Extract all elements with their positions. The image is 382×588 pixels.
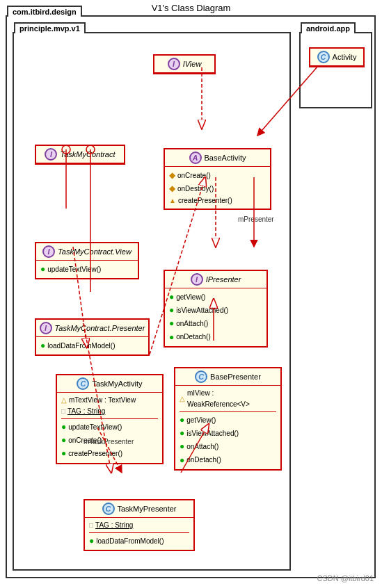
ipresenter-method1: ● getView() xyxy=(169,291,262,304)
iview-box: I IView xyxy=(153,54,216,74)
ipresenter-body: ● getView() ● isViewAttached() ● onAttac… xyxy=(165,288,266,346)
taskmycontract-box: I TaskMyContract xyxy=(35,145,125,165)
dot-green-ip2: ● xyxy=(169,304,174,317)
taskmycontract-presenter-body: ● loadDataFromModel() xyxy=(36,337,148,354)
triangle-tma1: △ xyxy=(61,395,67,406)
outer-package-label: com.itbird.design xyxy=(7,6,82,17)
basepresenter-box: C BasePresenter △ mIView : WeakReference… xyxy=(174,367,282,471)
inner-package-label: principle.mvp.v1 xyxy=(14,22,86,33)
method-onattach-i: onAttach() xyxy=(176,318,208,329)
method-createpresenter-tma: createPresenter() xyxy=(68,448,122,459)
ipresenter-box: I IPresenter ● getView() ● isViewAttache… xyxy=(164,270,268,348)
watermark: CSDN @itbird01 xyxy=(317,574,374,582)
dot-green-icon: ● xyxy=(40,263,45,276)
taskmycontract-view-name: TaskMyContract.View xyxy=(58,247,132,256)
basepresenter-divider xyxy=(180,411,276,412)
taskmyactivity-attr1: △ mTextView : TextView xyxy=(61,395,158,406)
dot-green-ip4: ● xyxy=(169,331,174,344)
dot-green-tma1: ● xyxy=(61,420,66,434)
taskmycontract-presenter-header: I TaskMyContract.Presenter xyxy=(36,320,148,337)
attr-miview: mIView : WeakReference<V> xyxy=(187,388,276,410)
baseactivity-header: A BaseActivity xyxy=(165,149,270,167)
taskmycontract-badge: I xyxy=(45,148,57,161)
dot-green-ip3: ● xyxy=(169,317,174,330)
attr-mtextview: mTextView : TextView xyxy=(69,395,136,406)
taskmypresenter-box: C TaskMyPresenter □ TAG : String ● loadD… xyxy=(83,499,195,551)
method-ondetach-i: onDetach() xyxy=(176,332,210,343)
method-onattach-bp: onAttach() xyxy=(186,441,218,452)
baseactivity-name: BaseActivity xyxy=(205,154,246,162)
taskmycontract-view-header: I TaskMyContract.View xyxy=(36,243,138,261)
taskmypresenter-body: □ TAG : String ● loadDataFromModel() xyxy=(85,518,193,550)
method-updateTextView: updateTextView() xyxy=(47,264,101,275)
activity-header: C Activity xyxy=(310,49,363,66)
taskmycontract-view-body: ● updateTextView() xyxy=(36,261,138,278)
basepresenter-method1: ● getView() xyxy=(180,414,276,427)
taskmyactivity-method3: ● createPresenter() xyxy=(61,447,158,460)
activity-box: C Activity xyxy=(309,47,365,67)
method-ondetach-bp: onDetach() xyxy=(186,455,221,466)
attr-tag-tma: TAG : String xyxy=(67,406,105,417)
dot-orange-icon2: ◆ xyxy=(169,182,175,195)
taskmyactivity-attr2: □ TAG : String xyxy=(61,406,158,417)
baseactivity-box: A BaseActivity ◆ onCreate() ◆ onDestroy(… xyxy=(164,148,271,210)
method-isviewattached-bp: isViewAttached() xyxy=(186,428,239,439)
taskmypresenter-header: C TaskMyPresenter xyxy=(85,500,193,518)
ipresenter-method2: ● isViewAttached() xyxy=(169,304,262,317)
triangle-icon1: ▲ xyxy=(169,195,176,206)
taskmycontract-name: TaskMyContract xyxy=(60,150,115,158)
iview-header: I IView xyxy=(154,56,214,73)
dot-green-bp1: ● xyxy=(180,414,184,427)
method-loaddatafrommodeltmp: loadDataFromModel() xyxy=(96,536,164,547)
taskmypresenter-name: TaskMyPresenter xyxy=(118,505,177,513)
basepresenter-header: C BasePresenter xyxy=(175,368,280,386)
dot-green-bp4: ● xyxy=(180,454,184,467)
method-getview-i: getView() xyxy=(176,292,205,303)
ipresenter-method4: ● onDetach() xyxy=(169,331,262,344)
dot-green-tmp1: ● xyxy=(89,534,94,548)
taskmyactivity-header: C TaskMyActivity xyxy=(57,375,162,393)
taskmyactivity-method1: ● updateTextView() xyxy=(61,420,158,434)
taskmyactivity-name: TaskMyActivity xyxy=(92,379,142,388)
baseactivity-method1: ◆ onCreate() xyxy=(169,169,266,182)
taskmypresenter-attr1: □ TAG : String xyxy=(89,520,189,531)
taskmycontract-view-method1: ● updateTextView() xyxy=(40,263,134,276)
ipresenter-method3: ● onAttach() xyxy=(169,317,262,330)
taskmycontract-presenter-name: TaskMyContract.Presenter xyxy=(55,324,145,332)
method-updatetextview-tma: updateTextView() xyxy=(68,422,122,433)
taskmyactivity-body: △ mTextView : TextView □ TAG : String ● … xyxy=(57,393,162,463)
dot-green-tma2: ● xyxy=(61,434,66,447)
dot-green-tma3: ● xyxy=(61,447,66,460)
method-isviewattached-i: isViewAttached() xyxy=(176,305,228,316)
taskmyactivity-box: C TaskMyActivity △ mTextView : TextView … xyxy=(56,374,164,464)
iview-name: IView xyxy=(183,60,202,68)
basepresenter-attr1: △ mIView : WeakReference<V> xyxy=(180,388,276,410)
basepresenter-method2: ● isViewAttached() xyxy=(180,427,276,440)
dot-green-bp3: ● xyxy=(180,440,184,453)
basepresenter-method4: ● onDetach() xyxy=(180,454,276,467)
taskmypresenter-method1: ● loadDataFromModel() xyxy=(89,534,189,548)
attr-tag-tmp: TAG : String xyxy=(95,520,133,531)
dot-green-ip1: ● xyxy=(169,291,174,304)
method-loadDataFromModel-i: loadDataFromModel() xyxy=(47,341,115,352)
baseactivity-method3: ▲ createPresenter() xyxy=(169,195,266,206)
taskmypresenter-divider xyxy=(89,532,189,533)
ipresenter-name: IPresenter xyxy=(206,275,241,284)
activity-name: Activity xyxy=(333,53,357,61)
taskmycontract-presenter-method1: ● loadDataFromModel() xyxy=(40,339,144,352)
android-package: android.app C Activity xyxy=(299,32,372,108)
taskmypresenter-badge: C xyxy=(102,503,115,515)
dot-orange-icon1: ◆ xyxy=(169,169,175,182)
outer-package: com.itbird.design principle.mvp.v1 I IVi… xyxy=(6,15,376,578)
taskmycontract-header: I TaskMyContract xyxy=(36,146,124,163)
basepresenter-badge: C xyxy=(195,370,207,383)
square-tma1: □ xyxy=(61,406,65,417)
dot-green-icon2: ● xyxy=(40,339,45,352)
mpresenter-label: mPresenter xyxy=(238,215,274,223)
baseactivity-body: ◆ onCreate() ◆ onDestroy() ▲ createPrese… xyxy=(165,167,270,209)
basepresenter-name: BasePresenter xyxy=(210,373,261,381)
ipresenter-header: I IPresenter xyxy=(165,271,266,288)
android-package-label: android.app xyxy=(301,22,356,33)
method-oncreate: onCreate() xyxy=(177,170,211,181)
taskmyactivity-divider xyxy=(61,418,158,419)
